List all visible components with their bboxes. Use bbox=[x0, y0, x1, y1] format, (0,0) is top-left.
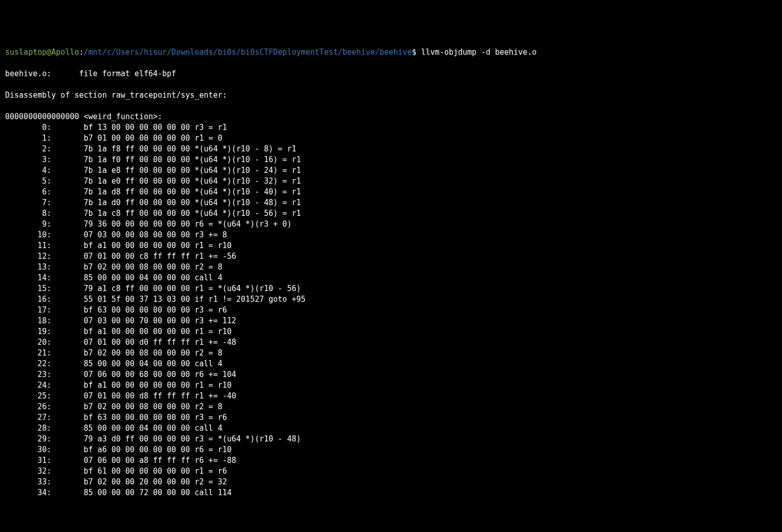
disasm-line: 9: 79 36 00 00 00 00 00 00 r6 = *(u64 *)… bbox=[5, 219, 292, 229]
disasm-line: 19: bf a1 00 00 00 00 00 00 r1 = r10 bbox=[5, 327, 232, 336]
disasm-line: 29: 79 a3 d0 ff 00 00 00 00 r3 = *(u64 *… bbox=[5, 434, 301, 444]
function-label: 0000000000000000 <weird_function>: bbox=[5, 112, 162, 121]
disasm-line: 0: bf 13 00 00 00 00 00 00 r3 = r1 bbox=[5, 123, 227, 132]
blank-line bbox=[5, 101, 777, 112]
disasm-line: 33: b7 02 00 00 20 00 00 00 r2 = 32 bbox=[5, 477, 227, 486]
disasm-line: 23: 07 06 00 00 68 00 00 00 r6 += 104 bbox=[5, 370, 236, 379]
disasm-line: 1: b7 01 00 00 00 00 00 00 r1 = 0 bbox=[5, 134, 222, 143]
disasm-line: 13: b7 02 00 00 08 00 00 00 r2 = 8 bbox=[5, 262, 222, 272]
disasm-line: 27: bf 63 00 00 00 00 00 00 r3 = r6 bbox=[5, 413, 227, 422]
disasm-line: 15: 79 a1 c8 ff 00 00 00 00 r1 = *(u64 *… bbox=[5, 284, 301, 293]
user-host: suslaptop@Apollo bbox=[5, 48, 79, 57]
disasm-line: 34: 85 00 00 00 72 00 00 00 call 114 bbox=[5, 488, 232, 497]
disasm-line: 32: bf 61 00 00 00 00 00 00 r1 = r6 bbox=[5, 467, 227, 476]
disasm-line: 30: bf a6 00 00 00 00 00 00 r6 = r10 bbox=[5, 445, 232, 454]
cwd-path: /mnt/c/Users/hisur/Downloads/bi0s/bi0sCT… bbox=[84, 48, 412, 57]
blank-line bbox=[5, 58, 777, 69]
disasm-line: 24: bf a1 00 00 00 00 00 00 r1 = r10 bbox=[5, 381, 232, 390]
disasm-line: 26: b7 02 00 00 08 00 00 00 r2 = 8 bbox=[5, 402, 222, 411]
disasm-line: 11: bf a1 00 00 00 00 00 00 r1 = r10 bbox=[5, 241, 232, 250]
disassembly-listing: 0: bf 13 00 00 00 00 00 00 r3 = r1 1: b7… bbox=[5, 122, 777, 498]
disasm-line: 20: 07 01 00 00 d0 ff ff ff r1 += -48 bbox=[5, 338, 236, 347]
disasm-line: 25: 07 01 00 00 d8 ff ff ff r1 += -40 bbox=[5, 391, 236, 401]
disasm-line: 17: bf 63 00 00 00 00 00 00 r3 = r6 bbox=[5, 305, 227, 315]
blank-line bbox=[5, 79, 777, 90]
section-header: Disassembly of section raw_tracepoint/sy… bbox=[5, 91, 227, 100]
entered-command[interactable]: llvm-objdump -d beehive.o bbox=[417, 48, 537, 57]
disasm-line: 5: 7b 1a e0 ff 00 00 00 00 *(u64 *)(r10 … bbox=[5, 176, 301, 186]
disasm-line: 12: 07 01 00 00 c8 ff ff ff r1 += -56 bbox=[5, 252, 236, 261]
disasm-line: 28: 85 00 00 00 04 00 00 00 call 4 bbox=[5, 424, 222, 433]
disasm-line: 16: 55 01 5f 00 37 13 03 00 if r1 != 201… bbox=[5, 295, 310, 304]
disasm-line: 2: 7b 1a f8 ff 00 00 00 00 *(u64 *)(r10 … bbox=[5, 144, 296, 153]
prompt-dollar: $ bbox=[412, 48, 417, 57]
file-format-line: beehive.o: file format elf64-bpf bbox=[5, 69, 176, 78]
disasm-line: 8: 7b 1a c8 ff 00 00 00 00 *(u64 *)(r10 … bbox=[5, 209, 301, 218]
prompt-line: suslaptop@Apollo:/mnt/c/Users/hisur/Down… bbox=[5, 48, 537, 57]
disasm-line: 6: 7b 1a d8 ff 00 00 00 00 *(u64 *)(r10 … bbox=[5, 187, 301, 196]
disasm-line: 14: 85 00 00 00 04 00 00 00 call 4 bbox=[5, 273, 222, 282]
disasm-line: 10: 07 03 00 00 08 00 00 00 r3 += 8 bbox=[5, 230, 227, 239]
disasm-line: 7: 7b 1a d0 ff 00 00 00 00 *(u64 *)(r10 … bbox=[5, 198, 301, 207]
disasm-line: 21: b7 02 00 00 08 00 00 00 r2 = 8 bbox=[5, 348, 222, 358]
colon: : bbox=[79, 48, 84, 57]
terminal-output: suslaptop@Apollo:/mnt/c/Users/hisur/Down… bbox=[5, 47, 777, 498]
disasm-line: 4: 7b 1a e8 ff 00 00 00 00 *(u64 *)(r10 … bbox=[5, 166, 301, 175]
disasm-line: 18: 07 03 00 00 70 00 00 00 r3 += 112 bbox=[5, 316, 236, 325]
disasm-line: 31: 07 06 00 00 a8 ff ff ff r6 += -88 bbox=[5, 456, 236, 465]
disasm-line: 3: 7b 1a f0 ff 00 00 00 00 *(u64 *)(r10 … bbox=[5, 155, 301, 164]
disasm-line: 22: 85 00 00 00 04 00 00 00 call 4 bbox=[5, 359, 222, 368]
